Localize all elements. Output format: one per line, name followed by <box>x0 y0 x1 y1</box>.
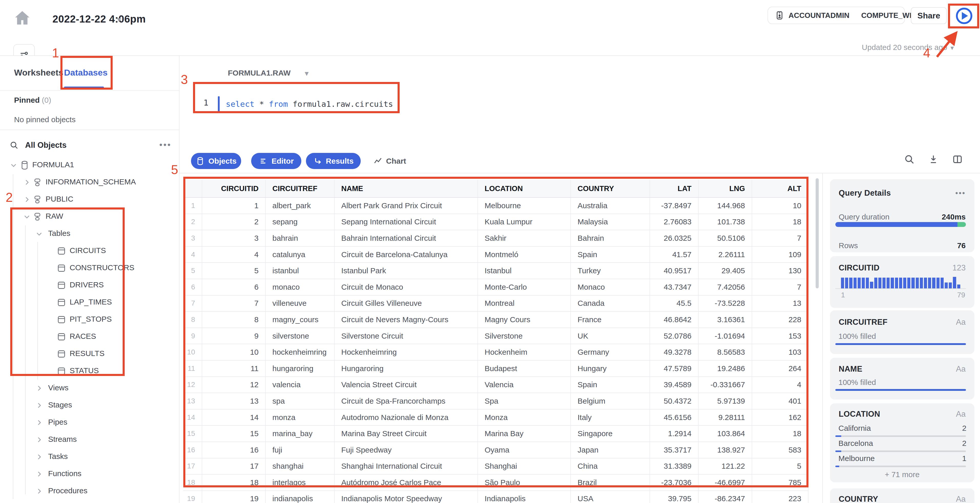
home-icon[interactable] <box>13 9 32 28</box>
tree-item-views[interactable]: Views <box>0 380 179 397</box>
table-cell: 144.968 <box>698 198 752 213</box>
tree-item-pipes[interactable]: Pipes <box>0 414 179 431</box>
tree-item-information_schema[interactable]: INFORMATION_SCHEMA <box>0 174 179 191</box>
table-row[interactable]: 22sepangSepang International CircuitKual… <box>183 214 808 231</box>
location-entry-bar <box>835 466 966 467</box>
table-cell: Spain <box>571 247 650 263</box>
tree-item-results[interactable]: RESULTS <box>0 345 179 363</box>
tab-worksheets[interactable]: Worksheets <box>14 68 63 78</box>
tree-item-procedures[interactable]: Procedures <box>0 483 179 500</box>
chevron-down-icon[interactable] <box>9 161 18 170</box>
chevron-down-icon[interactable] <box>22 212 31 221</box>
table-row[interactable]: 1919indianapolisIndianapolis Motor Speed… <box>183 491 808 503</box>
table-cell: 4 <box>752 377 808 393</box>
object-search[interactable]: All Objects ••• <box>9 138 173 152</box>
tree-guide-line <box>25 225 25 494</box>
table-cell: Hungary <box>571 361 650 376</box>
tab-results[interactable]: Results <box>306 153 361 169</box>
chevron-right-icon[interactable] <box>35 384 43 393</box>
country-card[interactable]: COUNTRY Aa <box>830 489 974 503</box>
tab-editor[interactable]: Editor <box>251 153 301 169</box>
zigzag-icon <box>373 156 382 166</box>
table-row[interactable]: 1515marina_bayMarina Bay Street CircuitM… <box>183 426 808 442</box>
table-row[interactable]: 77villeneuveCircuit Gilles VilleneuveMon… <box>183 296 808 312</box>
download-icon[interactable] <box>928 154 939 165</box>
tree-item-streams[interactable]: Streams <box>0 431 179 449</box>
tree-item-constructors[interactable]: CONSTRUCTORS <box>0 260 179 277</box>
table-cell: Shanghai <box>478 458 571 474</box>
tree-item-formula1[interactable]: FORMULA1 <box>0 157 179 174</box>
schema-context-tab[interactable]: FORMULA1.RAW <box>228 68 291 77</box>
context-caret-icon[interactable]: ▼ <box>303 70 310 78</box>
table-cell: 40.9517 <box>650 263 698 279</box>
tab-objects[interactable]: Objects <box>191 153 241 169</box>
table-row[interactable]: 1414monzaAutodromo Nazionale di MonzaMon… <box>183 409 808 426</box>
query-details-menu-icon[interactable]: ••• <box>955 189 966 197</box>
tab-chart[interactable]: Chart <box>373 156 406 166</box>
tab-databases[interactable]: Databases <box>64 68 108 78</box>
tree-item-public[interactable]: PUBLIC <box>0 191 179 208</box>
updated-status[interactable]: Updated 20 seconds ago ▼ <box>743 43 955 52</box>
histogram-bar <box>932 278 935 288</box>
tree-item-circuits[interactable]: CIRCUITS <box>0 242 179 260</box>
table-cell: 162 <box>752 409 808 425</box>
tree-item-raw[interactable]: RAW <box>0 208 179 225</box>
tree-item-tables[interactable]: Tables <box>0 225 179 242</box>
table-row[interactable]: 99silverstoneSilverstone CircuitSilverst… <box>183 328 808 344</box>
chevron-right-icon[interactable] <box>35 401 43 410</box>
table-row[interactable]: 11albert_parkAlbert Park Grand Prix Circ… <box>183 198 808 214</box>
table-cell: Canada <box>571 296 650 312</box>
tree-item-races[interactable]: RACES <box>0 328 179 345</box>
vertical-scrollbar[interactable] <box>816 178 819 288</box>
table-row[interactable]: 33bahrainBahrain International CircuitSa… <box>183 230 808 247</box>
chevron-right-icon[interactable] <box>22 195 31 204</box>
table-row[interactable]: 1212valenciaValencia Street CircuitValen… <box>183 377 808 393</box>
table-row[interactable]: 1717shanghaiShanghai International Circu… <box>183 458 808 475</box>
table-cell: 29.405 <box>698 263 752 279</box>
location-more-link[interactable]: + 71 more <box>830 470 974 479</box>
split-panel-icon[interactable] <box>952 154 963 165</box>
sql-editor-line[interactable]: select * from formula1.raw.circuits <box>226 99 393 108</box>
chevron-right-icon[interactable] <box>35 470 43 478</box>
table-row[interactable]: 1111hungaroringHungaroringBudapestHungar… <box>183 361 808 377</box>
table-cell: 5 <box>202 263 266 279</box>
column-header-circuitid: CIRCUITID <box>202 180 266 197</box>
row-number: 10 <box>183 344 202 360</box>
chevron-right-icon[interactable] <box>22 178 31 187</box>
table-row[interactable]: 1616fujiFuji SpeedwayOyamaJapan35.371713… <box>183 442 808 458</box>
tree-item-functions[interactable]: Functions <box>0 466 179 483</box>
share-button[interactable]: Share <box>911 7 947 24</box>
tree-item-tasks[interactable]: Tasks <box>0 449 179 466</box>
more-menu-icon[interactable]: ••• <box>159 140 172 150</box>
table-row[interactable]: 88magny_coursCircuit de Nevers Magny-Cou… <box>183 312 808 328</box>
chevron-right-icon[interactable] <box>35 487 43 495</box>
tree-item-snowflake[interactable]: SNOWFLAKE <box>0 500 179 503</box>
tree-item-pit_stops[interactable]: PIT_STOPS <box>0 311 179 328</box>
search-results-icon[interactable] <box>904 154 915 165</box>
tree-item-label: Tables <box>48 229 70 238</box>
badge-icon <box>775 11 784 20</box>
chevron-right-icon[interactable] <box>35 452 43 461</box>
tree-item-lap_times[interactable]: LAP_TIMES <box>0 294 179 311</box>
context-selector[interactable]: ACCOUNTADMIN COMPUTE_WH <box>767 7 905 24</box>
table-row[interactable]: 66monacoCircuit de MonacoMonte-CarloMona… <box>183 279 808 296</box>
tree-item-status[interactable]: STATUS <box>0 363 179 380</box>
chevron-down-icon[interactable] <box>35 229 43 238</box>
table-cell: 2.26111 <box>698 247 752 263</box>
run-button[interactable] <box>956 8 972 24</box>
table-row[interactable]: 44catalunyaCircuit de Barcelona-Cataluny… <box>183 247 808 263</box>
table-cell: 5.97139 <box>698 393 752 409</box>
histogram-bar <box>928 278 931 288</box>
tree-item-stages[interactable]: Stages <box>0 397 179 414</box>
table-row[interactable]: 55istanbulIstanbul ParkIstanbulTurkey40.… <box>183 263 808 279</box>
tree-item-drivers[interactable]: DRIVERS <box>0 277 179 294</box>
table-cell: 15 <box>202 426 266 441</box>
table-row[interactable]: 1818interlagosAutódromo José Carlos Pace… <box>183 474 808 491</box>
chevron-right-icon[interactable] <box>35 418 43 427</box>
tree-item-label: LAP_TIMES <box>70 298 112 306</box>
chevron-right-icon[interactable] <box>35 435 43 444</box>
row-number: 17 <box>183 458 202 474</box>
table-row[interactable]: 1010hockenheimringHockenheimringHockenhe… <box>183 344 808 361</box>
table-row[interactable]: 1313spaCircuit de Spa-FrancorchampsSpaBe… <box>183 393 808 409</box>
title-caret-icon[interactable]: ▼ <box>116 16 123 24</box>
